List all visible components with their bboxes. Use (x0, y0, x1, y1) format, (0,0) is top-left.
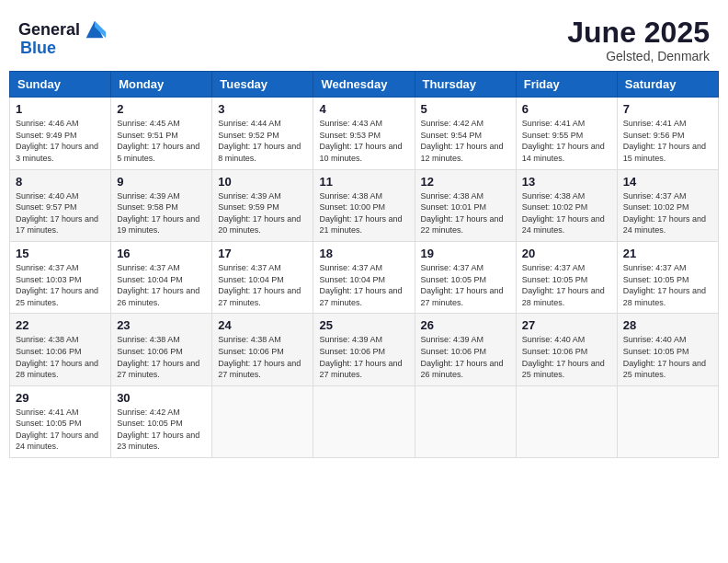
day-number: 1 (16, 102, 105, 116)
day-number: 27 (522, 318, 611, 332)
day-content: Sunrise: 4:40 AM Sunset: 10:05 PM Daylig… (623, 334, 712, 380)
day-content: Sunrise: 4:41 AM Sunset: 9:56 PM Dayligh… (623, 118, 712, 164)
table-row: 21 Sunrise: 4:37 AM Sunset: 10:05 PM Day… (617, 241, 718, 313)
day-content: Sunrise: 4:45 AM Sunset: 9:51 PM Dayligh… (117, 118, 206, 164)
day-content: Sunrise: 4:37 AM Sunset: 10:05 PM Daylig… (522, 262, 611, 308)
table-row: 10 Sunrise: 4:39 AM Sunset: 9:59 PM Dayl… (212, 169, 313, 241)
table-row: 13 Sunrise: 4:38 AM Sunset: 10:02 PM Day… (516, 169, 617, 241)
table-row: 1 Sunrise: 4:46 AM Sunset: 9:49 PM Dayli… (10, 98, 111, 169)
day-content: Sunrise: 4:38 AM Sunset: 10:02 PM Daylig… (522, 190, 611, 236)
table-row: 30 Sunrise: 4:42 AM Sunset: 10:05 PM Day… (111, 385, 212, 457)
day-content: Sunrise: 4:39 AM Sunset: 9:59 PM Dayligh… (218, 190, 307, 236)
calendar-table: Sunday Monday Tuesday Wednesday Thursday… (9, 71, 719, 458)
day-number: 20 (522, 247, 611, 260)
table-row: 4 Sunrise: 4:43 AM Sunset: 9:53 PM Dayli… (313, 98, 415, 169)
table-row: 29 Sunrise: 4:41 AM Sunset: 10:05 PM Day… (10, 385, 111, 457)
table-row: 7 Sunrise: 4:41 AM Sunset: 9:56 PM Dayli… (617, 98, 718, 169)
table-row: 14 Sunrise: 4:37 AM Sunset: 10:02 PM Day… (617, 169, 718, 241)
day-content: Sunrise: 4:42 AM Sunset: 9:54 PM Dayligh… (421, 118, 510, 164)
day-number: 3 (218, 102, 307, 116)
table-row: 12 Sunrise: 4:38 AM Sunset: 10:01 PM Day… (415, 169, 516, 241)
day-content: Sunrise: 4:37 AM Sunset: 10:04 PM Daylig… (218, 262, 307, 308)
day-number: 22 (16, 318, 105, 332)
table-row: 9 Sunrise: 4:39 AM Sunset: 9:58 PM Dayli… (111, 169, 212, 241)
day-number: 9 (117, 175, 206, 189)
day-content: Sunrise: 4:38 AM Sunset: 10:00 PM Daylig… (319, 190, 408, 236)
day-content: Sunrise: 4:38 AM Sunset: 10:06 PM Daylig… (16, 334, 105, 380)
day-number: 30 (117, 391, 206, 405)
day-content: Sunrise: 4:42 AM Sunset: 10:05 PM Daylig… (117, 407, 206, 453)
day-number: 24 (218, 318, 307, 332)
logo: General Blue (18, 17, 108, 58)
col-tuesday: Tuesday (212, 72, 313, 98)
day-number: 14 (623, 175, 712, 189)
logo-blue-text: Blue (20, 39, 56, 58)
day-number: 17 (218, 247, 307, 260)
day-number: 2 (117, 102, 206, 116)
table-row: 22 Sunrise: 4:38 AM Sunset: 10:06 PM Day… (10, 314, 111, 385)
day-content: Sunrise: 4:37 AM Sunset: 10:03 PM Daylig… (16, 262, 105, 308)
calendar-week-1: 1 Sunrise: 4:46 AM Sunset: 9:49 PM Dayli… (10, 98, 719, 169)
day-number: 26 (421, 318, 510, 332)
day-number: 16 (117, 247, 206, 260)
day-content: Sunrise: 4:44 AM Sunset: 9:52 PM Dayligh… (218, 118, 307, 164)
col-wednesday: Wednesday (313, 72, 415, 98)
table-row: 17 Sunrise: 4:37 AM Sunset: 10:04 PM Day… (212, 241, 313, 313)
day-content: Sunrise: 4:37 AM Sunset: 10:04 PM Daylig… (117, 262, 206, 308)
table-row (313, 385, 415, 457)
day-number: 7 (623, 102, 712, 116)
day-number: 13 (522, 175, 611, 189)
table-row: 6 Sunrise: 4:41 AM Sunset: 9:55 PM Dayli… (516, 98, 617, 169)
day-number: 6 (522, 102, 611, 116)
day-content: Sunrise: 4:46 AM Sunset: 9:49 PM Dayligh… (16, 118, 105, 164)
col-monday: Monday (111, 72, 212, 98)
table-row: 27 Sunrise: 4:40 AM Sunset: 10:06 PM Day… (516, 314, 617, 385)
table-row: 3 Sunrise: 4:44 AM Sunset: 9:52 PM Dayli… (212, 98, 313, 169)
col-saturday: Saturday (617, 72, 718, 98)
day-number: 23 (117, 318, 206, 332)
logo-general-text: General (18, 20, 80, 40)
day-number: 21 (623, 247, 712, 260)
day-number: 28 (623, 318, 712, 332)
month-title: June 2025 (567, 17, 710, 49)
table-row: 23 Sunrise: 4:38 AM Sunset: 10:06 PM Day… (111, 314, 212, 385)
day-number: 15 (16, 247, 105, 260)
calendar-week-2: 8 Sunrise: 4:40 AM Sunset: 9:57 PM Dayli… (10, 169, 719, 241)
day-number: 4 (319, 102, 408, 116)
day-content: Sunrise: 4:37 AM Sunset: 10:05 PM Daylig… (623, 262, 712, 308)
col-sunday: Sunday (10, 72, 111, 98)
page-header: General Blue June 2025 Gelsted, Denmark (9, 9, 719, 63)
day-content: Sunrise: 4:41 AM Sunset: 9:55 PM Dayligh… (522, 118, 611, 164)
day-content: Sunrise: 4:37 AM Sunset: 10:04 PM Daylig… (319, 262, 408, 308)
day-content: Sunrise: 4:38 AM Sunset: 10:06 PM Daylig… (218, 334, 307, 380)
day-content: Sunrise: 4:38 AM Sunset: 10:06 PM Daylig… (117, 334, 206, 380)
table-row (516, 385, 617, 457)
day-number: 8 (16, 175, 105, 189)
day-number: 11 (319, 175, 408, 189)
table-row: 2 Sunrise: 4:45 AM Sunset: 9:51 PM Dayli… (111, 98, 212, 169)
calendar-week-3: 15 Sunrise: 4:37 AM Sunset: 10:03 PM Day… (10, 241, 719, 313)
table-row: 16 Sunrise: 4:37 AM Sunset: 10:04 PM Day… (111, 241, 212, 313)
calendar-header-row: Sunday Monday Tuesday Wednesday Thursday… (10, 72, 719, 98)
table-row (415, 385, 516, 457)
day-content: Sunrise: 4:39 AM Sunset: 10:06 PM Daylig… (319, 334, 408, 380)
calendar-week-4: 22 Sunrise: 4:38 AM Sunset: 10:06 PM Day… (10, 314, 719, 385)
day-number: 10 (218, 175, 307, 189)
day-number: 12 (421, 175, 510, 189)
day-content: Sunrise: 4:39 AM Sunset: 10:06 PM Daylig… (421, 334, 510, 380)
day-content: Sunrise: 4:38 AM Sunset: 10:01 PM Daylig… (421, 190, 510, 236)
day-content: Sunrise: 4:39 AM Sunset: 9:58 PM Dayligh… (117, 190, 206, 236)
table-row: 11 Sunrise: 4:38 AM Sunset: 10:00 PM Day… (313, 169, 415, 241)
table-row (212, 385, 313, 457)
day-number: 29 (16, 391, 105, 405)
table-row: 15 Sunrise: 4:37 AM Sunset: 10:03 PM Day… (10, 241, 111, 313)
day-content: Sunrise: 4:43 AM Sunset: 9:53 PM Dayligh… (319, 118, 408, 164)
title-area: June 2025 Gelsted, Denmark (567, 17, 710, 63)
table-row: 19 Sunrise: 4:37 AM Sunset: 10:05 PM Day… (415, 241, 516, 313)
table-row: 18 Sunrise: 4:37 AM Sunset: 10:04 PM Day… (313, 241, 415, 313)
day-content: Sunrise: 4:37 AM Sunset: 10:02 PM Daylig… (623, 190, 712, 236)
col-friday: Friday (516, 72, 617, 98)
day-number: 19 (421, 247, 510, 260)
location-title: Gelsted, Denmark (567, 49, 710, 63)
day-content: Sunrise: 4:40 AM Sunset: 9:57 PM Dayligh… (16, 190, 105, 236)
